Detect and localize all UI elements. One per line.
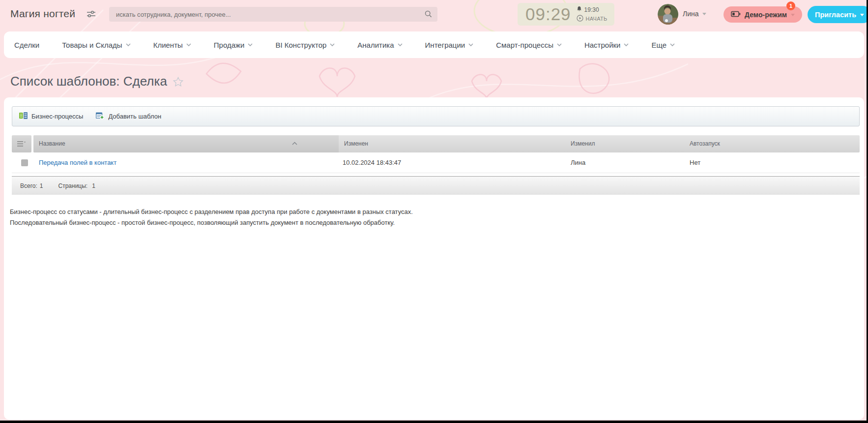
chevron-down-icon bbox=[670, 43, 675, 46]
favorite-star-icon[interactable] bbox=[173, 77, 183, 87]
notification-badge: 1 bbox=[786, 1, 795, 10]
page-title: Список шаблонов: Сделка bbox=[10, 74, 167, 89]
chevron-down-icon bbox=[248, 43, 253, 46]
chevron-down-icon bbox=[468, 43, 473, 46]
nav-item-products[interactable]: Товары и Склады bbox=[62, 41, 131, 49]
user-avatar[interactable] bbox=[658, 4, 678, 25]
grid-settings-button[interactable] bbox=[12, 135, 31, 152]
chevron-down-icon bbox=[702, 13, 706, 17]
nav-item-more[interactable]: Еще bbox=[651, 41, 675, 49]
business-processes-button[interactable]: Бизнес-процессы bbox=[19, 112, 83, 121]
chevron-down-icon bbox=[186, 43, 191, 46]
hamburger-menu-icon bbox=[17, 141, 26, 147]
cell-modified-by: Лина bbox=[571, 159, 585, 166]
invite-button[interactable]: Пригласить bbox=[808, 6, 867, 23]
nav-item-integrations[interactable]: Интеграции bbox=[425, 41, 474, 49]
page-title-row: Список шаблонов: Сделка bbox=[10, 74, 183, 89]
user-menu[interactable]: Лина bbox=[683, 10, 706, 18]
grid-header: Название Изменен Изменил Автозапуск bbox=[12, 135, 860, 152]
column-header-autorun[interactable]: Автозапуск bbox=[683, 135, 860, 152]
search-icon[interactable] bbox=[425, 10, 432, 20]
clock-time: 09:29 bbox=[525, 4, 571, 24]
company-logo[interactable]: Магия ногтей bbox=[10, 8, 75, 20]
start-play-icon bbox=[577, 15, 583, 23]
user-name: Лина bbox=[683, 10, 699, 18]
cell-autorun: Нет bbox=[690, 159, 700, 166]
business-process-icon bbox=[19, 112, 28, 121]
alarm-bell-icon bbox=[577, 6, 582, 13]
pages-label: Страницы: bbox=[58, 182, 88, 189]
add-template-icon bbox=[96, 112, 104, 121]
logo-settings-icon[interactable] bbox=[87, 10, 96, 20]
sort-asc-icon bbox=[292, 142, 297, 145]
nav-item-clients[interactable]: Клиенты bbox=[153, 41, 191, 49]
pages-value[interactable]: 1 bbox=[92, 182, 95, 189]
nav-item-sales[interactable]: Продажи bbox=[214, 41, 253, 49]
description-line-1: Бизнес-процесс со статусами - длительный… bbox=[10, 208, 413, 215]
search-input[interactable] bbox=[109, 7, 437, 22]
description-line-2: Последовательный бизнес-процесс - просто… bbox=[10, 219, 395, 226]
row-checkbox[interactable] bbox=[21, 159, 28, 166]
top-header: Магия ногтей 09:29 bbox=[0, 0, 867, 29]
planned-end-time: 19:30 bbox=[584, 6, 599, 13]
column-header-name[interactable]: Название bbox=[33, 135, 339, 152]
app-window: Магия ногтей 09:29 bbox=[0, 0, 867, 421]
grid-footer: Всего: 1 Страницы: 1 bbox=[12, 176, 860, 195]
nav-item-bi-constructor[interactable]: BI Конструктор bbox=[275, 41, 335, 49]
invite-label: Пригласить bbox=[815, 11, 856, 19]
nav-item-settings[interactable]: Настройки bbox=[584, 41, 629, 49]
chevron-down-icon bbox=[126, 43, 131, 46]
nav-item-smart-processes[interactable]: Смарт-процессы bbox=[496, 41, 562, 49]
cell-modified: 10.02.2024 18:43:47 bbox=[343, 159, 401, 166]
toolbar: Бизнес-процессы Добавить шаблон bbox=[12, 106, 860, 126]
nav-item-analytics[interactable]: Аналитика bbox=[357, 41, 402, 49]
description-text: Бизнес-процесс со статусами - длительный… bbox=[10, 207, 413, 228]
total-label: Всего: bbox=[20, 182, 37, 189]
total-value: 1 bbox=[40, 182, 43, 189]
template-link[interactable]: Передача полей в контакт bbox=[39, 159, 116, 166]
main-menu: Сделки Товары и Склады Клиенты Продажи B… bbox=[4, 31, 864, 58]
chevron-down-icon bbox=[330, 43, 335, 46]
chevron-down-icon bbox=[624, 43, 629, 46]
worktime-widget[interactable]: 09:29 19:30 bbox=[518, 3, 614, 26]
nav-item-deals[interactable]: Сделки bbox=[14, 41, 39, 49]
battery-icon bbox=[731, 10, 741, 19]
column-header-modified-by[interactable]: Изменил bbox=[565, 135, 683, 152]
add-template-button[interactable]: Добавить шаблон bbox=[96, 112, 161, 121]
demo-mode-label: Демо-режим bbox=[745, 11, 787, 19]
chevron-down-icon bbox=[557, 43, 562, 46]
column-header-modified[interactable]: Изменен bbox=[339, 135, 565, 152]
start-workday-button[interactable]: НАЧАТЬ bbox=[586, 16, 608, 22]
chevron-down-icon bbox=[860, 14, 864, 18]
content-panel: Бизнес-процессы Добавить шаблон bbox=[4, 97, 864, 420]
chevron-down-icon bbox=[791, 14, 795, 18]
chevron-down-icon bbox=[398, 43, 403, 46]
global-search bbox=[109, 7, 437, 22]
table-row[interactable]: Передача полей в контакт 10.02.2024 18:4… bbox=[12, 152, 860, 173]
